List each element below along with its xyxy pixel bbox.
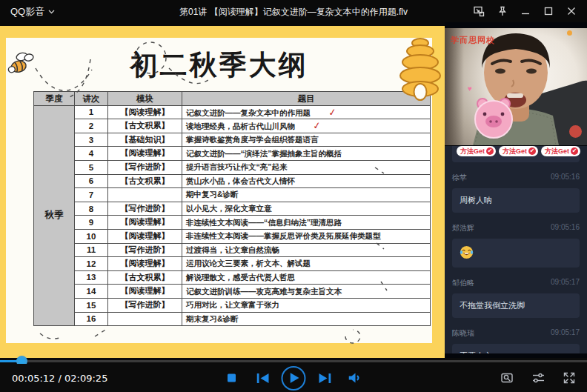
topic-cell: 记叙文进阶——“演绎法”掌握抽象主旨的概括: [182, 147, 431, 161]
topic-cell: 巧用对比，让文章富于张力: [182, 298, 431, 312]
topic-cell: 赏山水小品，体会古代文人情怀: [182, 174, 431, 188]
playback-controls: [219, 364, 368, 392]
module-cell: 【基础知识】: [108, 133, 182, 147]
titlebar: QQ影音 第01讲 【阅读理解】记叙文进阶—复杂文本中的作用题.flv: [0, 0, 587, 22]
check-icon: ✔: [571, 147, 578, 155]
pin-button[interactable]: [491, 0, 514, 22]
close-button[interactable]: [560, 0, 583, 22]
mini-mode-button[interactable]: [468, 0, 491, 22]
chat-user-name: 郑浩辉: [452, 223, 474, 233]
qq-player-window: QQ影音 第01讲 【阅读理解】记叙文进阶—复杂文本中的作用题.flv: [0, 0, 587, 392]
maximize-button[interactable]: [537, 0, 560, 22]
lesson-no-cell: 7: [75, 188, 108, 202]
topic-cell: 非连续性文本阅读——“信息归纳法”理清思路: [182, 216, 431, 230]
module-cell: 【写作进阶】: [108, 160, 182, 174]
header-topic: 题目: [182, 92, 431, 106]
heart-sticker: ♥: [468, 84, 472, 93]
topic-cell: 解说理散文，感受古代贤人哲思: [182, 270, 431, 285]
module-cell: 【写作进阶】: [108, 243, 182, 257]
table-row: 7期中复习&诊断: [34, 188, 431, 202]
module-cell: 【古文积累】: [108, 270, 182, 285]
topic-text: 掌握诗歌鉴赏角度与学会组织答题语言: [186, 135, 319, 144]
header-module: 模块: [108, 92, 182, 106]
table-row: 11【写作进阶】过渡得当，让文章自然流畅: [34, 243, 431, 257]
app-name-label: QQ影音: [10, 5, 44, 19]
red-checkmark-icon: ✓: [312, 120, 322, 131]
lesson-no-cell: 15: [75, 298, 108, 312]
chat-timestamp: 09:05:17: [551, 278, 580, 288]
table-row: 5【写作进阶】提升语言技巧让作文“亮”起来: [34, 160, 431, 174]
chat-panel[interactable]: 方法Get✔ 方法Get✔ 方法Get✔ 徐苹09:05:16周树人呐郑浩辉09…: [445, 146, 587, 353]
toolbox-icon: [501, 372, 514, 384]
lesson-slide: 初二秋季大纲 季度 讲次 模块 题目 秋季1【阅读理解】记叙文进阶——复杂文本中…: [0, 22, 445, 358]
chat-bubble: [452, 239, 580, 268]
volume-button[interactable]: [343, 364, 368, 392]
minimize-button[interactable]: [514, 0, 537, 22]
chat-messages: 徐苹09:05:16周树人呐郑浩辉09:05:16 邹伯略09:05:17不拖堂…: [452, 173, 580, 353]
seek-bar[interactable]: [0, 358, 587, 364]
chat-bubble-pills: 方法Get✔ 方法Get✔ 方法Get✔: [452, 146, 580, 162]
topic-cell: 运用议论文三要素，析文本、解试题: [182, 257, 431, 271]
player-controls: 00:05:12 / 02:09:25: [0, 364, 587, 392]
lesson-no-cell: 13: [75, 270, 108, 285]
toolbox-button[interactable]: [497, 364, 517, 392]
progress-track[interactable]: [0, 360, 587, 362]
fullscreen-button[interactable]: [560, 364, 579, 392]
topic-cell: 记叙文进阶——复杂文本中的作用题✓: [182, 105, 431, 119]
chat-user-name: 徐苹: [452, 173, 467, 183]
window-controls: [468, 0, 583, 22]
topic-text: 运用议论文三要素，析文本、解试题: [186, 259, 311, 268]
module-cell: 【阅读理解】: [108, 229, 182, 243]
module-cell: 【阅读理解】: [108, 216, 182, 230]
topic-cell: 非连续性文本阅读——掌握反思评价类及拓展延伸类题型: [182, 229, 431, 243]
chat-message: 郑浩辉09:05:16: [452, 223, 580, 268]
chat-user-name: 陈晓瑞: [452, 328, 474, 339]
lesson-no-cell: 3: [75, 133, 108, 147]
lesson-no-cell: 4: [75, 147, 108, 161]
chat-timestamp: 09:05:16: [551, 173, 580, 183]
topic-text: 期中复习&诊断: [186, 190, 239, 199]
pig-sticker: [473, 95, 516, 141]
close-icon: [567, 7, 576, 16]
table-row: 2【古文积累】读地理经典，品析古代山川风物✓: [34, 119, 431, 133]
table-row: 14【阅读理解】记叙文进阶训练——攻克高难与复杂主旨文本: [34, 285, 431, 299]
settings-sliders-button[interactable]: [528, 364, 548, 392]
chat-bubble: 不拖堂我倒立洗脚: [452, 293, 580, 318]
previous-icon: [256, 373, 269, 383]
lesson-no-cell: 2: [75, 119, 108, 133]
chat-bubble: 周树人呐: [452, 188, 580, 213]
previous-button[interactable]: [251, 364, 276, 392]
topic-text: 记叙文进阶——“演绎法”掌握抽象主旨的概括: [186, 149, 342, 158]
table-row: 秋季1【阅读理解】记叙文进阶——复杂文本中的作用题✓: [34, 105, 431, 119]
table-row: 16期末复习&诊断: [34, 312, 431, 326]
topic-text: 非连续性文本阅读——“信息归纳法”理清思路: [186, 218, 342, 227]
play-button[interactable]: [282, 366, 306, 391]
play-icon: [291, 373, 299, 383]
orange-dot-sticker: [567, 30, 572, 36]
lesson-no-cell: 5: [75, 160, 108, 174]
topic-cell: 记叙文进阶训练——攻克高难与复杂主旨文本: [182, 285, 431, 299]
module-cell: 【阅读理解】: [108, 257, 182, 271]
table-header-row: 季度 讲次 模块 题目: [34, 92, 431, 106]
stop-button[interactable]: [219, 364, 245, 392]
lesson-no-cell: 10: [75, 229, 108, 243]
module-cell: 【阅读理解】: [108, 105, 182, 119]
table-row: 6【古文积累】赏山水小品，体会古代文人情怀: [34, 174, 431, 188]
header-season: 季度: [34, 92, 75, 106]
slide-card: 初二秋季大纲 季度 讲次 模块 题目 秋季1【阅读理解】记叙文进阶——复杂文本中…: [6, 38, 432, 343]
topic-text: 提升语言技巧让作文“亮”起来: [186, 162, 288, 171]
outline-table-body: 秋季1【阅读理解】记叙文进阶——复杂文本中的作用题✓2【古文积累】读地理经典，品…: [34, 105, 431, 326]
season-cell: 秋季: [34, 105, 75, 326]
module-cell: 【写作进阶】: [108, 298, 182, 312]
chat-message: 徐苹09:05:16周树人呐: [452, 173, 580, 213]
topic-text: 过渡得当，让文章自然流畅: [186, 245, 279, 254]
app-menu[interactable]: QQ影音: [10, 5, 55, 19]
module-cell: 【阅读理解】: [108, 147, 182, 161]
next-button[interactable]: [312, 364, 337, 392]
topic-cell: 过渡得当，让文章自然流畅: [182, 243, 431, 257]
chat-message: 陈晓瑞09:05:17不要古文: [452, 328, 580, 353]
chat-bubble: 不要古文: [452, 344, 580, 353]
lesson-no-cell: 14: [75, 285, 108, 299]
watermark: 学而思网校: [451, 35, 495, 46]
topic-text: 解说理散文，感受古代贤人哲思: [186, 273, 295, 282]
